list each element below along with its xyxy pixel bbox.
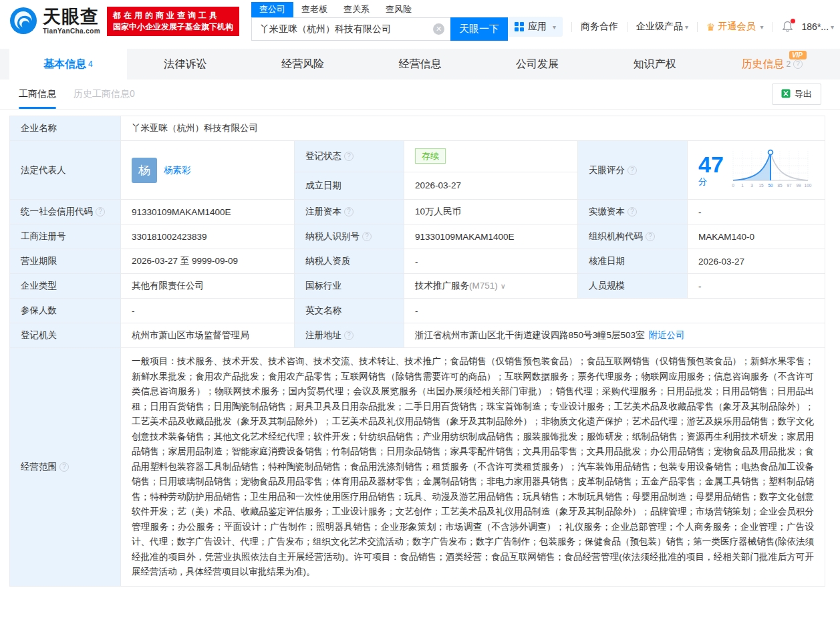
score-label-cell: 天眼评分 bbox=[578, 141, 688, 200]
tab-company-development[interactable]: 公司发展 bbox=[478, 49, 596, 80]
score-unit: 分 bbox=[698, 176, 707, 186]
clear-search-icon[interactable]: ✕ bbox=[433, 23, 444, 35]
tab-legal-litigation[interactable]: 法律诉讼 bbox=[127, 49, 245, 80]
industry-label: 国标行业 bbox=[295, 274, 404, 299]
svg-text:97: 97 bbox=[787, 183, 792, 188]
crown-icon: ♛ bbox=[706, 22, 715, 32]
search-tab-company[interactable]: 查公司 bbox=[251, 2, 293, 17]
reg-address-label-cell: 注册地址 bbox=[295, 323, 404, 348]
user-account-menu[interactable]: 186*... ▾ bbox=[802, 21, 835, 32]
tab-intellectual-property[interactable]: 知识产权 bbox=[596, 49, 714, 80]
tab-company-development-label: 公司发展 bbox=[516, 57, 559, 71]
svg-text:0: 0 bbox=[732, 183, 734, 188]
tab-basic-info-count: 4 bbox=[88, 59, 93, 69]
reg-capital-label: 注册资本 bbox=[305, 206, 341, 216]
search-button[interactable]: 天眼一下 bbox=[450, 17, 508, 41]
legal-rep-link[interactable]: 杨素彩 bbox=[164, 164, 191, 176]
taxpayer-id-label: 纳税人识别号 bbox=[305, 231, 360, 241]
search-input[interactable] bbox=[251, 17, 450, 41]
enterprise-products-menu[interactable]: 企业级产品 ▾ bbox=[636, 21, 688, 33]
header-nav: 应用 ▾ 商务合作 企业级产品 ▾ ♛ 开通会员 ▾ 186*... ▾ bbox=[508, 17, 834, 37]
insured-value: - bbox=[121, 299, 295, 323]
taxpayer-quality-label: 纳税人资质 bbox=[295, 249, 404, 274]
help-icon[interactable] bbox=[646, 232, 655, 241]
logo-domain: TianYanCha.com bbox=[43, 27, 100, 35]
apps-menu[interactable]: 应用 ▾ bbox=[508, 17, 563, 37]
user-phone-label: 186*... bbox=[802, 21, 829, 32]
help-icon[interactable] bbox=[344, 331, 354, 340]
divider bbox=[571, 22, 572, 32]
company-type-value: 其他有限责任公司 bbox=[121, 274, 295, 299]
chevron-down-icon: ▾ bbox=[760, 23, 764, 31]
tab-legal-litigation-label: 法律诉讼 bbox=[164, 57, 206, 71]
company-name-label: 企业名称 bbox=[10, 116, 121, 141]
subtab-history-business-info[interactable]: 历史工商信息0 bbox=[74, 80, 135, 109]
help-icon[interactable] bbox=[362, 232, 372, 241]
help-icon[interactable] bbox=[344, 207, 354, 216]
help-icon[interactable] bbox=[344, 152, 354, 161]
chevron-down-icon: ▾ bbox=[831, 23, 834, 31]
table-row: 登记机关 杭州市萧山区市场监督管理局 注册地址 浙江省杭州市萧山区北干街道建设四… bbox=[10, 323, 825, 348]
reg-authority-label: 登记机关 bbox=[10, 323, 121, 348]
open-vip-menu[interactable]: ♛ 开通会员 ▾ bbox=[706, 21, 763, 33]
search-tab-boss[interactable]: 查老板 bbox=[293, 2, 335, 17]
company-section-tabs: 基本信息 4 法律诉讼 经营风险 经营信息 公司发展 知识产权 VIP 历史信息… bbox=[0, 49, 840, 80]
help-icon[interactable] bbox=[627, 207, 637, 216]
divider bbox=[697, 22, 698, 32]
subtab-business-info[interactable]: 工商信息 bbox=[19, 80, 56, 109]
reg-capital-label-cell: 注册资本 bbox=[295, 200, 404, 224]
help-icon[interactable] bbox=[793, 59, 803, 69]
help-icon[interactable] bbox=[59, 462, 69, 472]
staff-size-label: 人员规模 bbox=[578, 274, 688, 299]
table-row: 企业名称 丫米亚咪（杭州）科技有限公司 bbox=[10, 116, 825, 141]
legal-rep-label: 法定代表人 bbox=[10, 141, 121, 200]
tab-history-info[interactable]: VIP 历史信息 2 bbox=[713, 49, 831, 80]
score-distribution-chart[interactable]: 0 1 3 15 50 85 97 99 100 bbox=[729, 148, 815, 192]
english-name-value: - bbox=[404, 299, 825, 323]
divider bbox=[627, 22, 627, 32]
company-type-label: 企业类型 bbox=[10, 274, 121, 299]
svg-text:3: 3 bbox=[750, 183, 753, 188]
tab-operation-info[interactable]: 经营信息 bbox=[362, 49, 479, 80]
svg-text:15: 15 bbox=[758, 183, 764, 188]
business-cooperation-link[interactable]: 商务合作 bbox=[581, 21, 618, 33]
business-scope-text: 一般项目：技术服务、技术开发、技术咨询、技术交流、技术转让、技术推广；食品销售（… bbox=[132, 354, 814, 580]
english-name-label: 英文名称 bbox=[295, 299, 404, 323]
approval-date-label: 核准日期 bbox=[578, 249, 688, 274]
table-row: 参保人数 - 英文名称 - bbox=[10, 299, 825, 323]
chevron-down-icon[interactable]: ∨ bbox=[501, 282, 506, 290]
apps-label: 应用 bbox=[528, 21, 547, 33]
divider bbox=[773, 22, 773, 32]
org-code-label-cell: 组织机构代码 bbox=[578, 224, 688, 249]
chevron-down-icon: ▾ bbox=[553, 23, 556, 31]
business-term-value: 2026-03-27 至 9999-09-09 bbox=[121, 249, 295, 274]
sub-tab-bar: 工商信息 历史工商信息0 导出 bbox=[0, 80, 840, 110]
tab-operation-risk-label: 经营风险 bbox=[281, 57, 324, 71]
tab-operation-risk[interactable]: 经营风险 bbox=[244, 49, 362, 80]
tab-history-info-label: 历史信息 bbox=[741, 57, 784, 71]
search-tab-relation[interactable]: 查关系 bbox=[335, 2, 378, 17]
notification-bell-icon[interactable] bbox=[782, 21, 793, 33]
reg-address-label: 注册地址 bbox=[305, 330, 341, 340]
score-label: 天眼评分 bbox=[589, 165, 625, 175]
apps-grid-icon bbox=[515, 22, 524, 31]
tab-history-info-count: 2 bbox=[786, 59, 791, 69]
help-icon[interactable] bbox=[627, 166, 637, 175]
export-button[interactable]: 导出 bbox=[772, 84, 821, 105]
reg-capital-value: 10万人民币 bbox=[404, 200, 578, 224]
top-header: 天眼查 TianYanCha.com 都在用的商业查询工具 国家中小企业发展子基… bbox=[0, 0, 840, 43]
score-cell: 47 分 bbox=[688, 141, 825, 200]
tianyancha-logo[interactable]: 天眼查 TianYanCha.com bbox=[9, 7, 100, 37]
search-tab-risk[interactable]: 查风险 bbox=[378, 2, 420, 17]
nearby-companies-link[interactable]: 附近公司 bbox=[649, 330, 685, 340]
reg-address-value-cell: 浙江省杭州市萧山区北干街道建设四路850号3幢5层503室附近公司 bbox=[404, 323, 825, 348]
table-row: 统一社会信用代码 91330109MAKAM1400E 注册资本 10万人民币 … bbox=[10, 200, 825, 224]
business-scope-label-cell: 经营范围 bbox=[10, 348, 121, 587]
tab-basic-info[interactable]: 基本信息 4 bbox=[9, 49, 127, 80]
avatar[interactable]: 杨 bbox=[132, 158, 157, 183]
reg-status-label-cell: 登记状态 bbox=[295, 141, 404, 172]
help-icon[interactable] bbox=[96, 207, 105, 216]
vip-badge: VIP bbox=[789, 51, 807, 59]
export-label: 导出 bbox=[795, 88, 812, 100]
tab-operation-info-label: 经营信息 bbox=[399, 57, 442, 71]
